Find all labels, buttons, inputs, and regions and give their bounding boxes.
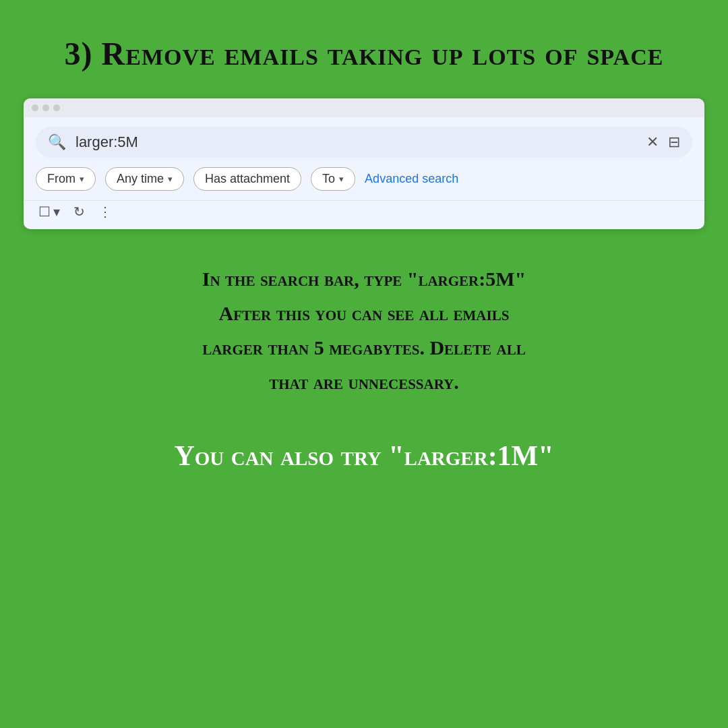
dot-3: [53, 104, 60, 111]
filter-toggle-button[interactable]: ⊟: [668, 133, 680, 151]
search-icon: 🔍: [48, 133, 66, 151]
more-options-button[interactable]: ⋮: [98, 204, 112, 220]
toolbar-row: ☐ ▾ ↻ ⋮: [24, 200, 704, 229]
has-attachment-label: Has attachment: [205, 172, 290, 186]
browser-top-bar: [24, 98, 704, 117]
from-filter-arrow: ▾: [80, 174, 84, 184]
description-line-1: In the search bar, type "larger:5M": [202, 262, 526, 296]
select-arrow-icon: ▾: [53, 204, 60, 220]
to-filter-button[interactable]: To ▾: [311, 167, 355, 191]
clear-search-button[interactable]: ✕: [646, 133, 659, 151]
anytime-filter-arrow: ▾: [168, 174, 173, 184]
from-filter-label: From: [47, 172, 75, 186]
bottom-tip: You can also try "larger:1M": [133, 439, 594, 472]
description-line-4: that are unnecessary.: [202, 365, 526, 399]
screenshot-container: 🔍 larger:5M ✕ ⊟ From ▾ Any time ▾ Has at…: [24, 98, 704, 229]
page-title: 3) Remove emails taking up lots of space: [11, 34, 718, 74]
from-filter-button[interactable]: From ▾: [36, 167, 96, 191]
search-row: 🔍 larger:5M ✕ ⊟: [36, 127, 692, 158]
anytime-filter-label: Any time: [117, 172, 164, 186]
advanced-search-link[interactable]: Advanced search: [365, 172, 458, 186]
filter-row: From ▾ Any time ▾ Has attachment To ▾ Ad…: [24, 164, 704, 200]
search-query-text: larger:5M: [75, 133, 637, 151]
has-attachment-filter-button[interactable]: Has attachment: [193, 167, 301, 191]
refresh-icon: ↻: [73, 204, 85, 220]
description-block: In the search bar, type "larger:5M" Afte…: [148, 262, 580, 399]
dot-2: [42, 104, 49, 111]
description-line-3: larger than 5 megabytes. Delete all: [202, 330, 526, 365]
select-all-button[interactable]: ☐ ▾: [38, 204, 60, 220]
to-filter-arrow: ▾: [339, 174, 344, 184]
more-icon: ⋮: [98, 204, 112, 220]
checkbox-icon: ☐: [38, 204, 51, 220]
description-line-2: After this you can see all emails: [202, 296, 526, 330]
to-filter-label: To: [322, 172, 335, 186]
dot-1: [32, 104, 38, 111]
refresh-button[interactable]: ↻: [73, 204, 85, 220]
anytime-filter-button[interactable]: Any time ▾: [105, 167, 184, 191]
